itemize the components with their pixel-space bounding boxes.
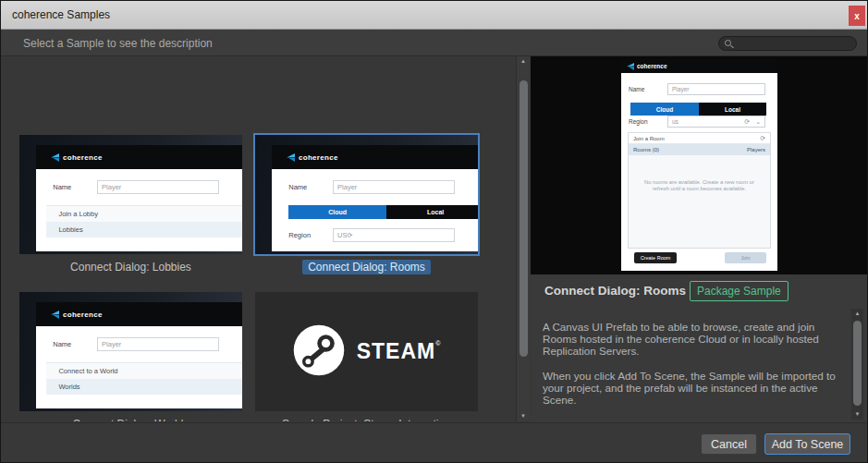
preview-image: coherence Name Player Cloud Local Region… bbox=[621, 59, 777, 271]
create-room-button: Create Room bbox=[634, 252, 677, 263]
samples-window: coherence Samples x Select a Sample to s… bbox=[0, 0, 868, 463]
name-label: Name bbox=[629, 86, 644, 92]
footer-bar: Cancel Add To Scene bbox=[1, 422, 867, 463]
cloud-tab: Cloud bbox=[288, 205, 386, 219]
worlds-thumbnail: coherence Name Player Connect to a World… bbox=[19, 292, 242, 411]
sample-card-steam[interactable]: STEAM© Sample Project: Steam Integration bbox=[255, 292, 478, 421]
scroll-down-icon[interactable]: ▼ bbox=[851, 410, 863, 419]
region-label: Region bbox=[288, 231, 311, 239]
coherence-logo-icon bbox=[287, 153, 295, 162]
package-sample-badge: Package Sample bbox=[690, 281, 789, 301]
lobbies-thumbnail: coherence Name Player Join a Lobby Lobbi… bbox=[19, 135, 242, 254]
chevron-down-icon: ⌄ bbox=[755, 118, 761, 126]
brand-text: coherence bbox=[63, 311, 103, 319]
region-field: US⟳ bbox=[333, 228, 455, 242]
brand-text: coherence bbox=[299, 153, 338, 162]
menu-title: Join a Lobby bbox=[46, 205, 242, 222]
sample-card-rooms[interactable]: coherence Name Player Cloud Local Region… bbox=[255, 135, 478, 274]
region-label: Region bbox=[629, 118, 648, 125]
preview-stage: coherence Name Player Cloud Local Region… bbox=[531, 56, 868, 274]
instruction-text: Select a Sample to see the description bbox=[23, 37, 213, 50]
name-field: Player bbox=[97, 337, 219, 351]
brand-text: coherence bbox=[637, 63, 667, 69]
details-title: Connect Dialog: Rooms bbox=[544, 284, 686, 298]
local-tab: Local bbox=[386, 205, 478, 219]
refresh-icon: ⟳ bbox=[744, 118, 750, 126]
scroll-up-icon[interactable]: ▲ bbox=[517, 57, 530, 66]
details-panel: Connect Dialog: Rooms Package Sample A C… bbox=[531, 274, 868, 422]
sample-label: Connect Dialog: Worlds bbox=[19, 417, 242, 421]
close-icon: x bbox=[854, 11, 860, 21]
local-tab: Local bbox=[699, 103, 766, 116]
room-list-panel: Join a Room ⟳ Rooms (0) Players No rooms… bbox=[628, 132, 771, 249]
scroll-up-icon[interactable]: ▲ bbox=[851, 310, 863, 318]
sample-card-lobbies[interactable]: coherence Name Player Join a Lobby Lobbi… bbox=[19, 135, 242, 274]
close-button[interactable]: x bbox=[849, 6, 865, 26]
title-bar: coherence Samples x bbox=[1, 1, 867, 30]
description-scrollbar-thumb[interactable] bbox=[853, 321, 862, 406]
rooms-thumbnail: coherence Name Player Cloud Local Region… bbox=[255, 135, 478, 254]
sample-label: Sample Project: Steam Integration bbox=[255, 417, 478, 421]
brand-text: coherence bbox=[63, 153, 103, 162]
window-title: coherence Samples bbox=[12, 8, 110, 21]
sample-grid: coherence Name Player Join a Lobby Lobbi… bbox=[1, 56, 516, 421]
coherence-logo-icon bbox=[51, 311, 59, 319]
grid-scrollbar-thumb[interactable] bbox=[520, 80, 528, 357]
add-to-scene-button[interactable]: Add To Scene bbox=[764, 433, 850, 455]
steam-wordmark: STEAM© bbox=[357, 339, 442, 364]
name-label: Name bbox=[53, 183, 71, 191]
menu-item: Worlds bbox=[46, 379, 242, 395]
toolbar: Select a Sample to see the description bbox=[1, 30, 867, 56]
region-field: us ⟳ ⌄ bbox=[667, 116, 765, 128]
scroll-down-icon[interactable]: ▼ bbox=[517, 412, 530, 420]
empty-room-message: No rooms are available. Create a new roo… bbox=[629, 179, 770, 192]
join-button: Join bbox=[725, 252, 766, 263]
search-input[interactable] bbox=[718, 36, 857, 51]
steam-thumbnail: STEAM© bbox=[255, 292, 478, 411]
coherence-logo-icon bbox=[51, 153, 59, 162]
coherence-logo-icon bbox=[627, 63, 634, 70]
name-field: Player bbox=[333, 180, 455, 194]
cloud-tab: Cloud bbox=[630, 103, 699, 116]
menu-item: Lobbies bbox=[46, 222, 242, 238]
steam-logo-icon bbox=[292, 323, 346, 381]
details-description: A Canvas UI Prefab to be able to browse,… bbox=[543, 321, 850, 406]
name-field: Player bbox=[667, 83, 765, 95]
refresh-icon: ⟳ bbox=[348, 232, 353, 238]
rooms-column-header: Rooms (0) bbox=[633, 147, 659, 152]
menu-title: Connect to a World bbox=[46, 362, 242, 379]
players-column-header: Players bbox=[747, 147, 765, 152]
description-scrollbar[interactable]: ▲ ▼ bbox=[851, 309, 863, 420]
name-label: Name bbox=[288, 183, 307, 191]
join-room-title: Join a Room bbox=[633, 136, 665, 141]
grid-scrollbar[interactable]: ▲ ▼ bbox=[516, 56, 530, 421]
sample-card-worlds[interactable]: coherence Name Player Connect to a World… bbox=[19, 292, 242, 421]
name-label: Name bbox=[53, 340, 71, 348]
trademark-icon: © bbox=[435, 340, 441, 347]
search-icon bbox=[725, 40, 731, 46]
cancel-button[interactable]: Cancel bbox=[701, 433, 757, 455]
sample-label: Connect Dialog: Lobbies bbox=[19, 260, 242, 274]
refresh-icon: ⟳ bbox=[760, 135, 765, 142]
name-field: Player bbox=[97, 180, 219, 194]
sample-label-selected: Connect Dialog: Rooms bbox=[255, 260, 478, 274]
